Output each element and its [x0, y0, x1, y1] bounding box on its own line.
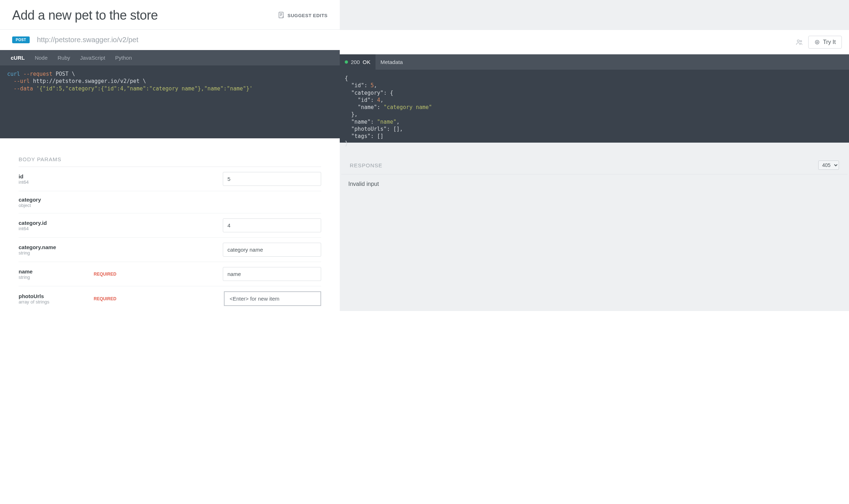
status-text: OK	[363, 59, 370, 65]
endpoint-url: http://petstore.swagger.io/v2/pet	[37, 36, 138, 44]
param-name: category.name	[19, 244, 87, 250]
response-tab-metadata[interactable]: Metadata	[376, 54, 408, 70]
body-params-table: id int64 category object category.id	[19, 167, 321, 311]
suggest-edits-link[interactable]: SUGGEST EDITS	[278, 12, 328, 19]
tab-curl[interactable]: cURL	[6, 51, 30, 64]
param-row-id: id int64	[19, 167, 321, 191]
param-name: photoUrls	[19, 293, 87, 299]
response-json: { "id": 5, "category": { "id": 4, "name"…	[340, 70, 849, 143]
tab-node[interactable]: Node	[30, 51, 53, 64]
code-lang-tabs: cURL Node Ruby JavaScript Python	[0, 50, 340, 65]
param-row-category-id: category.id int64	[19, 213, 321, 238]
response-heading: RESPONSE	[350, 162, 382, 168]
page-title: Add a new pet to the store	[12, 8, 158, 23]
tab-python[interactable]: Python	[110, 51, 137, 64]
param-name: category	[19, 197, 87, 203]
param-input-category-id[interactable]	[223, 218, 321, 232]
user-icon[interactable]	[795, 38, 803, 46]
param-row-category: category object	[19, 191, 321, 213]
body-params-heading: BODY PARAMS	[19, 156, 62, 162]
tab-ruby[interactable]: Ruby	[53, 51, 75, 64]
target-icon	[814, 39, 820, 45]
param-type: int64	[19, 179, 87, 185]
http-method-badge: POST	[12, 36, 30, 43]
param-type: string	[19, 250, 87, 256]
param-input-photourls[interactable]	[224, 291, 321, 306]
param-type: string	[19, 275, 87, 280]
svg-point-2	[800, 40, 802, 42]
edit-icon	[278, 12, 285, 19]
response-tab-200[interactable]: 200 OK	[340, 54, 376, 70]
param-type: int64	[19, 226, 87, 231]
svg-point-3	[815, 40, 819, 44]
code-sample: curl --request POST \ --url http://petst…	[0, 65, 340, 138]
tab-javascript[interactable]: JavaScript	[75, 51, 110, 64]
svg-point-4	[816, 41, 818, 43]
try-it-label: Try It	[823, 39, 836, 45]
try-it-button[interactable]: Try It	[808, 36, 842, 49]
status-dot-icon	[345, 60, 348, 64]
suggest-edits-label: SUGGEST EDITS	[288, 13, 328, 18]
param-required: REQUIRED	[94, 296, 137, 301]
svg-point-1	[797, 40, 799, 42]
param-row-photourls: photoUrls array of strings REQUIRED	[19, 286, 321, 311]
param-input-id[interactable]	[223, 172, 321, 186]
param-type: object	[19, 203, 87, 208]
response-code-select[interactable]: 405	[818, 160, 839, 170]
param-input-category-name[interactable]	[223, 243, 321, 257]
svg-rect-0	[279, 12, 283, 18]
param-row-name: name string REQUIRED	[19, 262, 321, 286]
status-code: 200	[351, 59, 360, 65]
param-type: array of strings	[19, 299, 87, 305]
response-message: Invalid input	[340, 174, 849, 194]
param-row-category-name: category.name string	[19, 238, 321, 262]
param-name: name	[19, 268, 87, 275]
param-required: REQUIRED	[94, 272, 137, 277]
param-input-name[interactable]	[223, 267, 321, 281]
param-name: id	[19, 173, 87, 179]
param-name: category.id	[19, 220, 87, 226]
